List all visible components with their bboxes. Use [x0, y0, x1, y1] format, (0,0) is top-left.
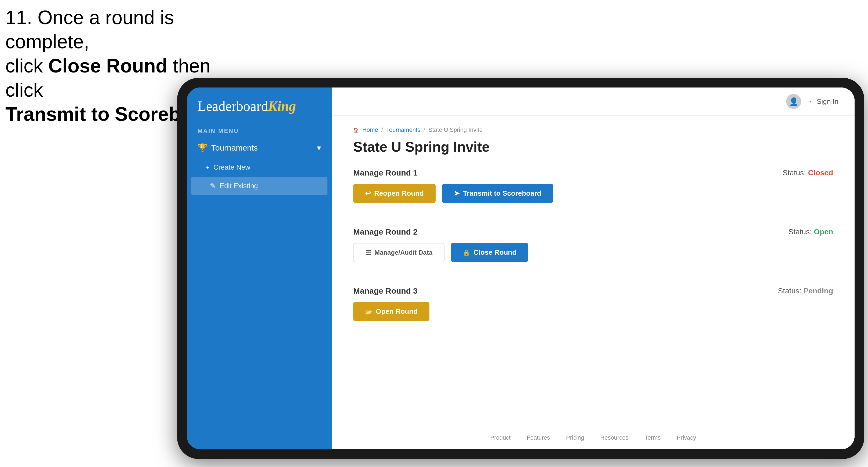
round-2-label: Manage Round 2 [353, 227, 417, 237]
sign-in-label: Sign In [817, 97, 838, 106]
sidebar-create-new[interactable]: Create New [187, 158, 332, 176]
trophy-icon: 🏆 [197, 143, 208, 152]
plus-icon [206, 163, 210, 172]
footer-product[interactable]: Product [490, 434, 510, 441]
top-bar: 👤 Sign In [332, 88, 855, 116]
breadcrumb-sep-2: / [424, 126, 425, 133]
footer-terms[interactable]: Terms [645, 434, 661, 441]
close-round-button[interactable]: Close Round [451, 243, 528, 262]
breadcrumb: Home / Tournaments / State U Spring Invi… [353, 126, 833, 133]
reopen-round-button[interactable]: Reopen Round [353, 184, 436, 203]
transmit-scoreboard-button[interactable]: Transmit to Scoreboard [442, 184, 553, 203]
reopen-icon [365, 189, 371, 197]
round-2-section: Manage Round 2 Status: Open Manage/Audit… [353, 227, 833, 273]
chevron-down-icon [317, 143, 321, 152]
round-2-actions: Manage/Audit Data Close Round [353, 243, 833, 262]
round-3-status-value: Pending [804, 287, 833, 295]
round-3-status: Status: Pending [778, 287, 833, 295]
sidebar-tournaments-label: Tournaments [211, 143, 258, 152]
round-1-section: Manage Round 1 Status: Closed Reopen Rou… [353, 168, 833, 214]
audit-icon [365, 249, 371, 256]
sidebar-edit-existing[interactable]: Edit Existing [191, 177, 328, 195]
home-icon [353, 126, 359, 133]
content-area: Home / Tournaments / State U Spring Invi… [332, 116, 855, 426]
avatar: 👤 [786, 94, 801, 109]
tablet-screen: LeaderboardKing MAIN MENU 🏆 Tournaments … [187, 88, 855, 449]
footer-pricing[interactable]: Pricing [566, 434, 584, 441]
breadcrumb-sep-1: / [381, 126, 383, 133]
sidebar: LeaderboardKing MAIN MENU 🏆 Tournaments … [187, 88, 332, 449]
round-1-status-value: Closed [808, 168, 833, 177]
round-3-label: Manage Round 3 [353, 286, 417, 295]
app-layout: LeaderboardKing MAIN MENU 🏆 Tournaments … [187, 88, 855, 449]
create-new-label: Create New [213, 163, 250, 172]
edit-icon [210, 182, 216, 190]
logo-leaderboard: Leaderboard [197, 98, 268, 114]
round-3-header: Manage Round 3 Status: Pending [353, 286, 833, 295]
round-1-actions: Reopen Round Transmit to Scoreboard [353, 184, 833, 203]
open-icon [365, 307, 373, 316]
user-icon: 👤 [789, 97, 799, 106]
main-content: 👤 Sign In Home / Tournaments / [332, 88, 855, 449]
sidebar-section-label: MAIN MENU [187, 122, 332, 137]
edit-existing-label: Edit Existing [220, 182, 258, 190]
footer-resources[interactable]: Resources [600, 434, 628, 441]
tablet-device: LeaderboardKing MAIN MENU 🏆 Tournaments … [177, 78, 864, 459]
sidebar-item-tournaments[interactable]: 🏆 Tournaments [187, 137, 332, 158]
breadcrumb-tournaments[interactable]: Tournaments [386, 126, 420, 133]
close-icon [463, 248, 470, 257]
signin-icon [805, 97, 812, 106]
manage-audit-button[interactable]: Manage/Audit Data [353, 243, 444, 262]
round-1-header: Manage Round 1 Status: Closed [353, 168, 833, 178]
round-1-label: Manage Round 1 [353, 168, 417, 178]
round-1-status: Status: Closed [783, 168, 833, 177]
open-round-button[interactable]: Open Round [353, 302, 429, 321]
round-2-status-value: Open [814, 227, 833, 236]
round-3-actions: Open Round [353, 302, 833, 321]
round-2-header: Manage Round 2 Status: Open [353, 227, 833, 237]
sidebar-logo: LeaderboardKing [187, 88, 332, 122]
round-3-section: Manage Round 3 Status: Pending Open Roun… [353, 286, 833, 332]
logo-king: King [268, 98, 296, 114]
transmit-icon [454, 189, 460, 197]
footer-features[interactable]: Features [527, 434, 550, 441]
round-2-status: Status: Open [788, 227, 833, 236]
sign-in-area[interactable]: 👤 Sign In [786, 94, 838, 109]
page-title: State U Spring Invite [353, 139, 833, 155]
footer: Product Features Pricing Resources Terms… [332, 426, 855, 449]
breadcrumb-current: State U Spring Invite [428, 126, 483, 133]
footer-privacy[interactable]: Privacy [677, 434, 696, 441]
breadcrumb-home[interactable]: Home [362, 126, 378, 133]
